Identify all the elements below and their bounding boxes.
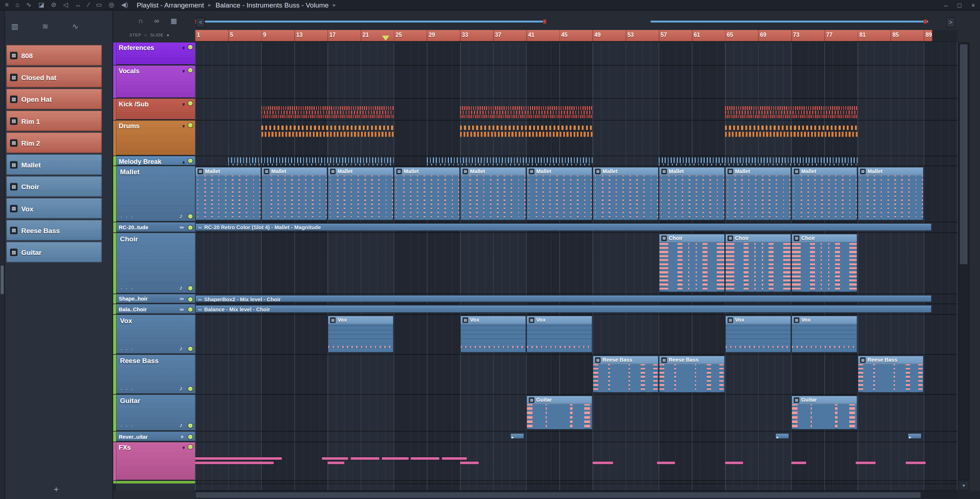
maximize-button[interactable]: □ — [958, 2, 961, 8]
home-icon[interactable]: ⌂ — [15, 0, 19, 10]
track-header-fxs[interactable]: FXs▼ — [116, 442, 196, 480]
track-options-dots[interactable]: . . . — [121, 213, 134, 219]
chevron-down-icon[interactable]: ▼ — [181, 69, 185, 73]
picker-item-open-hat[interactable]: ▤Open Hat — [6, 89, 102, 110]
track-enable-led[interactable] — [188, 214, 192, 218]
vertical-scrollbar-thumb[interactable] — [960, 44, 967, 264]
track-header-rever[interactable]: Rever..uitar+ — [116, 432, 196, 442]
picker-item-guitar[interactable]: ▤Guitar — [6, 242, 102, 262]
picker-item-choir[interactable]: ▤Choir — [6, 176, 102, 197]
keyboard-icon[interactable]: ▦ — [170, 17, 177, 25]
drums-clip[interactable] — [261, 125, 394, 138]
minimize-button[interactable]: – — [944, 2, 948, 8]
picker-item-808[interactable]: ▤808 — [6, 45, 102, 66]
horizontal-scrollbar-thumb[interactable] — [196, 492, 921, 498]
snap-magnet-icon[interactable]: ∩ — [138, 17, 143, 25]
pattern-clip-vox[interactable]: ▤Vox — [791, 316, 858, 353]
track-header-reese[interactable]: Reese Bass. . .♪ — [116, 355, 196, 394]
draw-tool-icon[interactable]: ∿ — [26, 0, 32, 10]
fx-audio-clip[interactable] — [195, 461, 274, 464]
pattern-clip-choir[interactable]: ▤Choir — [791, 234, 858, 293]
track-header-next[interactable] — [116, 481, 196, 484]
chevron-down-icon[interactable]: ▼ — [181, 124, 185, 128]
bluetick-clip[interactable] — [659, 157, 858, 165]
track-options-dots[interactable]: . . . — [121, 386, 134, 391]
fx-audio-clip[interactable] — [410, 457, 439, 460]
track-header-mallet[interactable]: Mallet. . .♪ — [116, 166, 196, 222]
track-enable-led[interactable] — [188, 159, 192, 163]
automation-mini-clip[interactable]: ▸ — [775, 433, 790, 439]
horizontal-scrollbar[interactable] — [195, 490, 958, 499]
track-header-rc20[interactable]: RC-20..tude∞ — [116, 222, 196, 232]
track-header-drums[interactable]: Drums▼ — [116, 121, 196, 156]
fx-audio-clip[interactable] — [382, 457, 409, 460]
track-header-bala[interactable]: Bala..Choir∞ — [116, 304, 196, 314]
track-header-vox[interactable]: Vox. . .♪ — [116, 315, 196, 354]
close-button[interactable]: × — [971, 2, 975, 8]
chevron-down-icon[interactable]: ▼ — [181, 445, 185, 450]
pattern-clip-mallet[interactable]: ▤Mallet — [725, 167, 791, 221]
loop-marker[interactable] — [543, 19, 546, 24]
pattern-clip-vox[interactable]: ▤Vox — [527, 316, 593, 353]
fx-audio-clip[interactable] — [322, 457, 348, 460]
picker-item-rim-1[interactable]: ▤Rim 1 — [6, 111, 102, 131]
slice-tool-icon[interactable]: ∕ — [88, 0, 89, 10]
automation-mini-clip[interactable]: ▸ — [510, 433, 525, 439]
pattern-clip-mallet[interactable]: ▤Mallet — [460, 167, 527, 221]
automation-clip[interactable]: ∞ShaperBox2 - Mix level - Choir — [195, 295, 932, 302]
track-enable-led[interactable] — [188, 346, 192, 351]
automation-clip[interactable]: ∞RC-20 Retro Color (Slot 4) - Mallet - M… — [195, 223, 932, 231]
loop-marker[interactable] — [924, 19, 927, 24]
pattern-clip-mallet[interactable]: ▤Mallet — [195, 167, 261, 221]
track-header-vocals[interactable]: Vocals▼ — [116, 66, 196, 98]
track-enable-led[interactable] — [188, 286, 192, 291]
add-pattern-button[interactable]: + — [0, 484, 113, 494]
playlist-grid-content[interactable]: ▤Mallet▤Mallet▤Mallet▤Mallet▤Mallet▤Mall… — [195, 43, 958, 490]
loop-marker-strip[interactable] — [195, 16, 958, 29]
fx-audio-clip[interactable] — [657, 461, 675, 464]
timeline-ruler[interactable]: 1591317212529333741454953576165697377818… — [195, 30, 958, 42]
pattern-clip-reese-bass[interactable]: ▤Reese Bass — [858, 356, 924, 393]
scroll-right-button[interactable]: > — [947, 17, 955, 27]
picker-scrollbar-thumb[interactable] — [1, 265, 4, 294]
bluetick-clip[interactable] — [427, 157, 592, 165]
fx-audio-clip[interactable] — [460, 461, 479, 464]
track-enable-led[interactable] — [188, 68, 192, 73]
track-options-dots[interactable]: . . . — [121, 345, 134, 351]
automation-filter-icon[interactable]: ∿ — [72, 22, 79, 31]
fx-audio-clip[interactable] — [195, 457, 282, 460]
pattern-clip-mallet[interactable]: ▤Mallet — [394, 167, 460, 221]
picker-item-closed-hat[interactable]: ▤Closed hat — [6, 67, 102, 87]
track-enable-led[interactable] — [188, 123, 192, 127]
fx-audio-clip[interactable] — [442, 457, 467, 460]
loop-segment[interactable] — [651, 21, 928, 22]
picker-item-vox[interactable]: ▤Vox — [6, 198, 102, 219]
pattern-clip-vox[interactable]: ▤Vox — [328, 316, 394, 353]
pattern-clip-mallet[interactable]: ▤Mallet — [328, 167, 394, 221]
pattern-clip-guitar[interactable]: ▤Guitar — [527, 396, 593, 430]
kick-clip[interactable] — [460, 106, 592, 119]
slip-tool-icon[interactable]: ⊘ — [51, 0, 56, 10]
scroll-down-button[interactable]: ▾ — [958, 480, 970, 490]
bluetick-clip[interactable] — [228, 157, 394, 165]
scroll-left-button[interactable]: < — [196, 17, 205, 27]
mute-tool-icon[interactable]: ◁ — [63, 0, 68, 10]
picker-scrollbar[interactable] — [0, 11, 5, 499]
track-enable-led[interactable] — [188, 424, 192, 428]
chevron-down-icon[interactable]: ▼ — [181, 102, 185, 106]
chevron-up-icon[interactable]: ▲ — [181, 159, 185, 164]
paint-tool-icon[interactable]: ◪ — [38, 0, 44, 10]
drums-clip[interactable] — [460, 125, 592, 138]
fx-audio-clip[interactable] — [351, 457, 380, 460]
drums-clip[interactable] — [725, 125, 858, 138]
track-enable-led[interactable] — [188, 226, 192, 230]
track-header-choir[interactable]: Choir. . .♪ — [116, 233, 196, 294]
track-header-guitar[interactable]: Guitar. . .♪ — [116, 395, 196, 431]
track-enable-led[interactable] — [188, 445, 192, 449]
track-header-shaper[interactable]: Shape..hoir∞ — [116, 294, 196, 304]
pattern-clip-mallet[interactable]: ▤Mallet — [791, 167, 858, 221]
automation-clip[interactable]: ∞Balance - Mix level - Choir — [195, 305, 932, 313]
loop-segment[interactable] — [195, 21, 543, 22]
track-enable-led[interactable] — [188, 297, 192, 301]
fx-audio-clip[interactable] — [791, 461, 807, 464]
